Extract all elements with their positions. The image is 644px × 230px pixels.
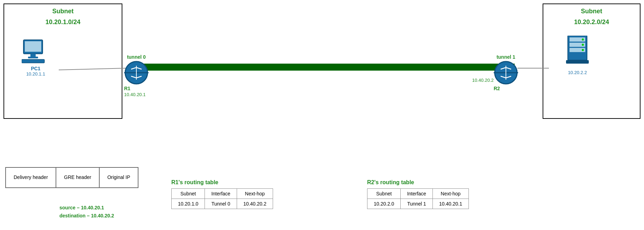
packet-structure: Delivery header GRE header Original IP	[5, 167, 138, 188]
r1-tunnel-ip: 10.40.20.1	[124, 92, 149, 97]
r1-routing-table-title: R1's routing table	[171, 179, 273, 186]
svg-rect-2	[30, 54, 36, 57]
r2-label: R2	[494, 86, 518, 91]
left-subnet-label-line1: Subnet	[4, 8, 122, 15]
r1-row1-subnet: 10.20.1.0	[172, 199, 205, 209]
left-subnet-box: Subnet 10.20.1.0/24 PC1 10.20.1.1	[3, 3, 122, 119]
server-icon-group: 10.20.2.2	[564, 36, 591, 75]
r1-routing-table: Subnet Interface Next-hop 10.20.1.0 Tunn…	[171, 188, 273, 209]
r2-col-subnet-header: Subnet	[367, 189, 401, 199]
source-dest-block: source – 10.40.20.1 destination – 10.40.…	[59, 204, 114, 220]
r1-col-interface-header: Interface	[205, 189, 237, 199]
packet-cell-delivery: Delivery header	[6, 168, 56, 187]
svg-point-9	[582, 38, 584, 41]
r1-col-subnet-header: Subnet	[172, 189, 205, 199]
r1-group: tunnel 0 R1 10.40.20.1	[124, 54, 149, 97]
r1-col-nexthop-header: Next-hop	[237, 189, 273, 199]
gre-tunnel-line	[133, 64, 515, 71]
left-subnet-label-line2: 10.20.1.0/24	[4, 19, 122, 26]
r2-routing-table: Subnet Interface Next-hop 10.20.2.0 Tunn…	[367, 188, 469, 209]
r2-row1-nexthop: 10.40.20.1	[432, 199, 468, 209]
r2-routing-table-container: R2's routing table Subnet Interface Next…	[367, 179, 469, 209]
r2-group: tunnel 1 R2	[494, 54, 518, 91]
r1-router-icon	[124, 60, 149, 85]
svg-rect-3	[28, 57, 38, 58]
r2-routing-table-title: R2's routing table	[367, 179, 469, 186]
r2-row1-interface: Tunnel 1	[401, 199, 432, 209]
r1-routing-table-container: R1's routing table Subnet Interface Next…	[171, 179, 273, 209]
right-subnet-box: Subnet 10.20.2.0/24 10.20.2.2	[543, 3, 641, 119]
r2-col-interface-header: Interface	[401, 189, 432, 199]
pc1-ip: 10.20.1.1	[22, 71, 50, 77]
r1-row1-nexthop: 10.40.20.2	[237, 199, 273, 209]
r1-tunnel-label: tunnel 0	[124, 54, 149, 60]
r1-table-row: 10.20.1.0 Tunnel 0 10.40.20.2	[172, 199, 273, 209]
r1-label: R1	[124, 86, 149, 91]
svg-rect-4	[22, 59, 44, 63]
right-subnet-label-line2: 10.20.2.0/24	[543, 19, 640, 26]
main-canvas: Subnet 10.20.1.0/24 PC1 10.20.1.1 Subnet…	[0, 0, 644, 230]
server-icon	[564, 36, 591, 67]
svg-rect-1	[25, 41, 41, 52]
pc1-icon-group: PC1 10.20.1.1	[22, 39, 50, 77]
r2-router-icon	[494, 60, 518, 85]
r2-tunnel-ip: 10.40.20.2	[472, 78, 494, 83]
packet-cell-gre: GRE header	[56, 168, 100, 187]
svg-rect-12	[566, 60, 589, 64]
right-subnet-label-line1: Subnet	[543, 8, 640, 15]
packet-cell-original-ip: Original IP	[100, 168, 138, 187]
pc1-icon	[22, 39, 50, 64]
r2-table-row: 10.20.2.0 Tunnel 1 10.40.20.1	[367, 199, 469, 209]
svg-point-10	[582, 44, 584, 46]
svg-point-11	[582, 49, 584, 51]
pc1-label: PC1	[22, 66, 50, 71]
r2-row1-subnet: 10.20.2.0	[367, 199, 401, 209]
dest-text: destination – 10.40.20.2	[59, 212, 114, 220]
server-ip: 10.20.2.2	[564, 70, 591, 75]
r1-row1-interface: Tunnel 0	[205, 199, 237, 209]
r2-col-nexthop-header: Next-hop	[432, 189, 468, 199]
r2-tunnel-label: tunnel 1	[494, 54, 518, 60]
source-text: source – 10.40.20.1	[59, 204, 114, 211]
